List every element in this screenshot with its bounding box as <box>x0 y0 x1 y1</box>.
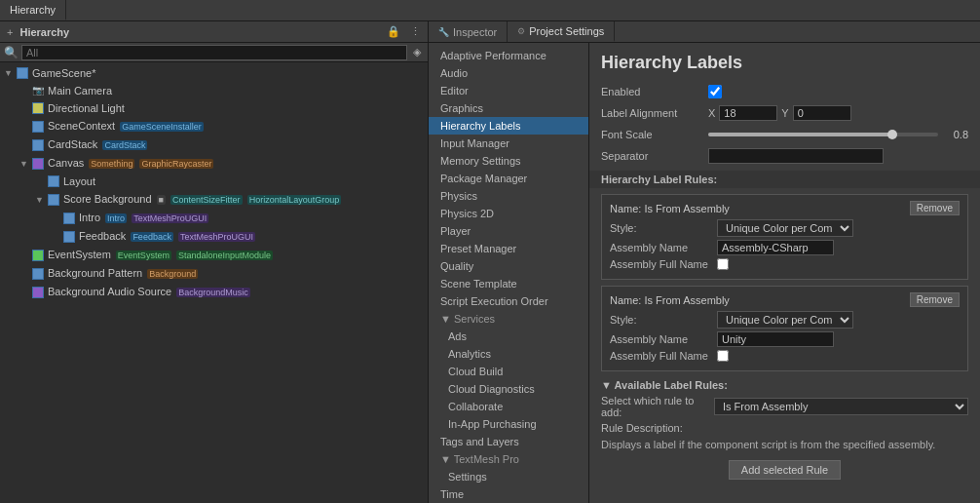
font-scale-label: Font Scale <box>601 129 708 140</box>
settings-item-collaborate[interactable]: Collaborate <box>429 398 588 415</box>
settings-item-inputmanager[interactable]: Input Manager <box>429 135 588 152</box>
settings-item-settings[interactable]: Settings <box>429 468 588 485</box>
settings-item-adaptive[interactable]: Adaptive Performance <box>429 47 588 64</box>
layout-icon <box>47 174 60 188</box>
list-item[interactable]: SceneContext GameSceneInstaller <box>0 117 428 135</box>
list-item[interactable]: ▼ GameScene* <box>0 64 428 82</box>
lock-button[interactable]: 🔒 <box>384 24 403 39</box>
settings-item-services[interactable]: ▼ Services <box>429 310 588 328</box>
arrow-icon: ▼ <box>4 65 16 81</box>
intro-label: Intro Intro TextMeshProUGUI <box>79 210 208 226</box>
tab-inspector[interactable]: 🔧 Inspector <box>429 21 508 42</box>
search-bar: 🔍 ◈ <box>0 43 428 62</box>
list-item[interactable]: EventSystem EventSystem StandaloneInputM… <box>0 246 428 264</box>
separator-row: Separator <box>601 147 968 165</box>
add-selected-rule-button[interactable]: Add selected Rule <box>729 460 841 480</box>
rule-2-assemblyfull-checkbox[interactable] <box>717 350 729 362</box>
layout-label: Layout <box>63 174 95 189</box>
rule-1-assemblyname-input[interactable] <box>717 240 834 255</box>
available-title: ▼ Available Label Rules: <box>601 379 968 391</box>
list-item[interactable]: Background Audio Source BackgroundMusic <box>0 283 428 301</box>
separator-input[interactable] <box>708 148 884 164</box>
list-item[interactable]: Feedback Feedback TextMeshProUGUI <box>0 227 428 246</box>
rule-type-select[interactable]: Is From Assembly <box>714 398 968 415</box>
rule-card-1: Name: Is From Assembly Remove Style: Uni… <box>601 194 968 280</box>
settings-item-ads[interactable]: Ads <box>429 328 588 345</box>
rule-2-assemblyfull-label: Assembly Full Name <box>610 350 717 362</box>
settings-item-physics[interactable]: Physics <box>429 187 588 205</box>
scorebackground-icon <box>47 193 60 207</box>
settings-item-hierarchylabels[interactable]: Hierarchy Labels <box>429 117 588 135</box>
inspector-panel: Hierarchy Labels Enabled Label Alignment… <box>589 43 980 503</box>
search-input[interactable] <box>21 45 407 60</box>
rule-1-style-select[interactable]: Unique Color per Com <box>717 219 853 237</box>
settings-item-scriptexecution[interactable]: Script Execution Order <box>429 292 588 310</box>
enabled-row: Enabled <box>601 83 968 100</box>
rule-2-title-row: Name: Is From Assembly Remove <box>610 292 960 307</box>
settings-item-time[interactable]: Time <box>429 485 588 503</box>
enabled-checkbox[interactable] <box>708 85 722 98</box>
directional-light-label: Directional Light <box>48 100 125 116</box>
settings-item-memorysettings[interactable]: Memory Settings <box>429 152 588 170</box>
rule-2-style-row: Style: Unique Color per Com <box>610 311 960 329</box>
settings-item-player[interactable]: Player <box>429 222 588 240</box>
separator-label: Separator <box>601 150 708 162</box>
settings-item-textmeshpro[interactable]: ▼ TextMesh Pro <box>429 450 588 468</box>
bgaudio-label: Background Audio Source BackgroundMusic <box>48 284 250 300</box>
rule-2-style-select[interactable]: Unique Color per Com <box>717 311 853 329</box>
camera-icon: 📷 <box>31 84 45 97</box>
x-input[interactable] <box>719 105 777 121</box>
tab-hierarchy[interactable]: Hierarchy <box>0 0 66 20</box>
rule-2-assemblyname-input[interactable] <box>717 331 834 347</box>
bgpattern-icon <box>31 267 45 281</box>
list-item[interactable]: Layout <box>0 173 428 190</box>
settings-item-tagsandlayers[interactable]: Tags and Layers <box>429 433 588 450</box>
settings-item-clouddiagnostics[interactable]: Cloud Diagnostics <box>429 380 588 398</box>
add-button[interactable]: + <box>4 25 16 39</box>
settings-item-presetmanager[interactable]: Preset Manager <box>429 240 588 257</box>
gamescene-icon <box>16 66 29 80</box>
search-icon: 🔍 <box>4 46 19 59</box>
settings-item-graphics[interactable]: Graphics <box>429 99 588 117</box>
list-item[interactable]: ▼ Score Background ■ ContentSizeFitter H… <box>0 190 428 209</box>
slider-track[interactable] <box>708 133 938 136</box>
list-item[interactable]: 📷 Main Camera <box>0 82 428 99</box>
settings-list-content: Adaptive Performance Audio Editor Graphi… <box>429 43 588 503</box>
list-item[interactable]: Directional Light <box>0 99 428 117</box>
settings-item-editor[interactable]: Editor <box>429 82 588 99</box>
settings-item-audio[interactable]: Audio <box>429 64 588 82</box>
settings-item-quality[interactable]: Quality <box>429 257 588 275</box>
right-top-tabs: 🔧 Inspector ⚙ Project Settings <box>429 21 980 43</box>
tab-project-settings[interactable]: ⚙ Project Settings <box>508 21 615 42</box>
search-filter-button[interactable]: ◈ <box>410 45 424 59</box>
settings-item-cloudbuild[interactable]: Cloud Build <box>429 363 588 380</box>
more-button[interactable]: ⋮ <box>407 24 424 39</box>
inspector-tab-icon: 🔧 <box>438 27 449 37</box>
settings-item-scenetemplate[interactable]: Scene Template <box>429 275 588 292</box>
settings-item-inapppurchasing[interactable]: In-App Purchasing <box>429 415 588 433</box>
settings-item-packagemanager[interactable]: Package Manager <box>429 170 588 187</box>
scenecontext-label: SceneContext GameSceneInstaller <box>48 118 204 135</box>
list-item[interactable]: Background Pattern Background <box>0 264 428 283</box>
list-item[interactable]: ▼ Canvas Something GraphicRaycaster <box>0 154 428 173</box>
settings-item-analytics[interactable]: Analytics <box>429 345 588 363</box>
list-item[interactable]: Intro Intro TextMeshProUGUI <box>0 209 428 227</box>
hierarchy-title: Hierarchy <box>19 26 380 38</box>
inspector-title: Hierarchy Labels <box>601 53 968 73</box>
y-input[interactable] <box>793 105 851 121</box>
remove-rule-2-button[interactable]: Remove <box>910 292 960 307</box>
gamescene-label: GameScene* <box>32 65 95 81</box>
rule-1-assemblyfull-checkbox[interactable] <box>717 258 729 270</box>
select-rule-label: Select which rule to add: <box>601 395 708 418</box>
inspector-tab-label: Inspector <box>453 26 497 38</box>
eventsystem-label: EventSystem EventSystem StandaloneInputM… <box>48 247 273 263</box>
settings-item-physics2d[interactable]: Physics 2D <box>429 205 588 222</box>
rules-title: Hierarchy Label Rules: <box>601 174 717 185</box>
remove-rule-1-button[interactable]: Remove <box>910 201 960 215</box>
list-item[interactable]: CardStack CardStack <box>0 135 428 154</box>
font-scale-row: Font Scale 0.8 <box>601 126 968 143</box>
settings-main: Adaptive Performance Audio Editor Graphi… <box>429 43 980 503</box>
rule-1-title: Name: Is From Assembly <box>610 203 730 214</box>
inspector-content: Hierarchy Labels Enabled Label Alignment… <box>589 43 980 503</box>
hierarchy-panel: + Hierarchy 🔒 ⋮ 🔍 ◈ ▼ GameScene* 📷 Main … <box>0 21 429 503</box>
